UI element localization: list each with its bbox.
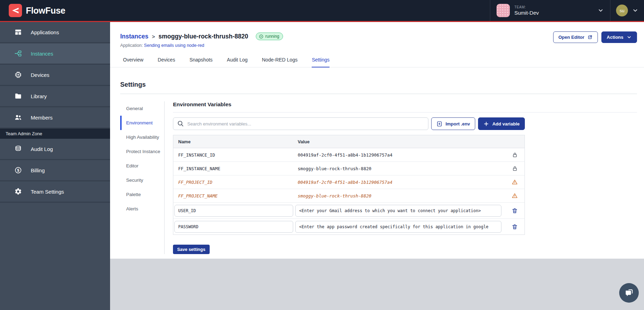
add-variable-button[interactable]: Add variable	[478, 117, 525, 130]
open-editor-button[interactable]: Open Editor	[553, 31, 598, 43]
chat-icon	[624, 288, 634, 298]
sidebar-item-audit-log[interactable]: Audit Log	[0, 139, 110, 160]
warning-icon	[505, 193, 524, 199]
sidebar-item-library[interactable]: Library	[0, 86, 110, 107]
subnav-alerts[interactable]: Alerts	[120, 202, 164, 216]
sidebar-item-label: Team Settings	[31, 189, 64, 195]
sidebar-item-label: Members	[31, 115, 53, 121]
save-settings-button[interactable]: Save settings	[173, 245, 210, 254]
application-link[interactable]: Sending emails using node-red	[144, 43, 204, 48]
subnav-high-availability[interactable]: High Availability	[120, 130, 164, 144]
tab-settings[interactable]: Settings	[312, 57, 330, 67]
play-circle-icon	[259, 34, 263, 39]
sidebar-item-billing[interactable]: $ Billing	[0, 160, 110, 181]
library-icon	[14, 92, 22, 100]
breadcrumb-separator: >	[152, 34, 155, 39]
subnav-palette[interactable]: Palette	[120, 187, 164, 202]
env-name-input[interactable]	[174, 205, 293, 217]
sidebar-item-label: Devices	[31, 72, 49, 78]
sidebar-item-applications[interactable]: Applications	[0, 22, 110, 43]
applications-icon	[14, 28, 22, 36]
env-name: FF_INSTANCE_NAME	[173, 166, 298, 171]
subnav-environment[interactable]: Environment	[120, 116, 164, 130]
env-value: smoggy-blue-rock-thrush-8820	[298, 166, 505, 171]
open-editor-label: Open Editor	[558, 35, 584, 40]
instance-name: smoggy-blue-rock-thrush-8820	[159, 33, 248, 40]
env-value-input[interactable]	[295, 221, 501, 233]
plus-icon	[483, 121, 489, 127]
delete-variable-button[interactable]	[505, 208, 524, 214]
team-name: Sumit-Dev	[514, 10, 539, 16]
application-line: Application: Sending emails using node-r…	[120, 43, 637, 48]
panel-title: Environment Variables	[173, 101, 637, 113]
env-value-input[interactable]	[295, 205, 501, 217]
table-row: FF_PROJECT_NAME smoggy-blue-rock-thrush-…	[173, 189, 524, 203]
search-box	[173, 117, 428, 130]
team-label: TEAM:	[514, 5, 539, 9]
env-name: FF_PROJECT_ID	[173, 180, 298, 185]
actions-button[interactable]: Actions	[601, 31, 637, 43]
tab-snapshots[interactable]: Snapshots	[189, 57, 212, 67]
table-row	[173, 219, 524, 235]
title-divider	[120, 94, 637, 94]
subnav-security[interactable]: Security	[120, 173, 164, 187]
chevron-down-icon	[632, 7, 638, 14]
env-name-input[interactable]	[174, 221, 293, 233]
lock-icon	[505, 152, 524, 158]
subnav-protect-instance[interactable]: Protect Instance	[120, 144, 164, 159]
sidebar-item-devices[interactable]: Devices	[0, 65, 110, 86]
env-variables-table: Name Value FF_INSTANCE_ID 004919af-2cf0-…	[173, 135, 525, 235]
tab-audit-log[interactable]: Audit Log	[227, 57, 247, 67]
instance-header: Instances > smoggy-blue-rock-thrush-8820…	[110, 22, 644, 48]
sidebar-item-label: Billing	[31, 167, 45, 173]
team-meta: TEAM: Sumit-Dev	[514, 5, 539, 16]
column-header-name: Name	[173, 139, 298, 144]
env-name: FF_PROJECT_NAME	[173, 193, 298, 199]
sidebar-item-instances[interactable]: Instances	[0, 43, 110, 65]
team-selector[interactable]: TEAM: Sumit-Dev	[490, 0, 610, 21]
column-header-value: Value	[298, 139, 505, 144]
main-content: Instances > smoggy-blue-rock-thrush-8820…	[110, 22, 644, 259]
env-controls: Import .env Add variable	[173, 117, 525, 130]
trash-icon	[512, 208, 518, 214]
team-admin-zone-label: Team Admin Zone	[0, 129, 110, 139]
chat-widget-button[interactable]	[619, 283, 639, 303]
flowfuse-home-link[interactable]: FlowFuse	[0, 4, 65, 17]
table-row: FF_PROJECT_ID 004919af-2cf0-4f51-a8b4-1b…	[173, 175, 524, 189]
document-download-icon	[436, 121, 442, 127]
status-badge-label: running	[265, 34, 279, 39]
env-value: 004919af-2cf0-4f51-a8b4-1b12906757a4	[298, 152, 505, 158]
import-env-button[interactable]: Import .env	[431, 117, 475, 130]
sidebar-item-team-settings[interactable]: Team Settings	[0, 181, 110, 203]
devices-icon	[14, 71, 22, 79]
warning-icon	[505, 179, 524, 185]
environment-panel: Environment Variables Import .env A	[173, 101, 637, 254]
tab-overview[interactable]: Overview	[123, 57, 143, 67]
settings-section: Settings General Environment High Availa…	[110, 67, 644, 254]
search-input[interactable]	[173, 117, 428, 130]
svg-text:$: $	[17, 168, 19, 172]
page-title: Settings	[120, 81, 637, 88]
status-badge: running	[256, 33, 283, 40]
sidebar-item-label: Library	[31, 93, 47, 99]
chevron-down-icon	[627, 35, 632, 40]
subnav-general[interactable]: General	[120, 101, 164, 116]
tab-node-red-logs[interactable]: Node-RED Logs	[262, 57, 298, 67]
subnav-editor[interactable]: Editor	[120, 159, 164, 173]
flowfuse-logo-icon	[9, 4, 22, 17]
delete-variable-button[interactable]	[505, 224, 524, 230]
search-icon	[177, 120, 184, 127]
trash-icon	[512, 224, 518, 230]
breadcrumb-instances-link[interactable]: Instances	[120, 33, 149, 40]
tab-devices[interactable]: Devices	[158, 57, 175, 67]
sidebar-item-members[interactable]: Members	[0, 107, 110, 129]
env-value: smoggy-blue-rock-thrush-8820	[298, 193, 505, 199]
sidebar-item-label: Instances	[31, 51, 53, 57]
user-menu[interactable]: su	[610, 0, 644, 21]
audit-log-icon	[14, 145, 22, 153]
add-variable-label: Add variable	[492, 121, 520, 127]
members-icon	[14, 114, 22, 121]
external-link-icon	[587, 35, 593, 40]
top-navbar: FlowFuse TEAM: Sumit-Dev su	[0, 0, 644, 21]
table-row: FF_INSTANCE_NAME smoggy-blue-rock-thrush…	[173, 162, 524, 175]
